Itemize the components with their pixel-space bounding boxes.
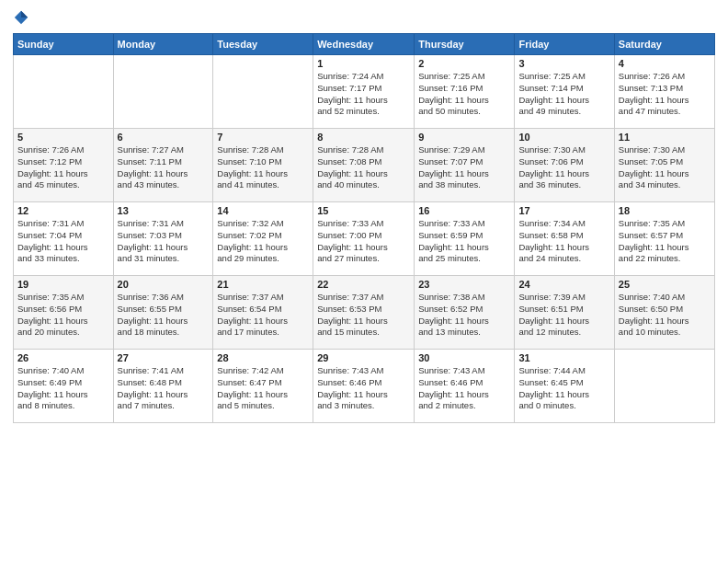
calendar-cell: 2Sunrise: 7:25 AM Sunset: 7:16 PM Daylig…	[415, 55, 515, 129]
day-info: Sunrise: 7:44 AM Sunset: 6:45 PM Dayligh…	[518, 365, 609, 412]
calendar-cell	[113, 55, 213, 129]
calendar-cell	[213, 55, 313, 129]
day-number: 15	[317, 205, 410, 216]
calendar-header-wednesday: Wednesday	[313, 34, 415, 55]
calendar-cell: 31Sunrise: 7:44 AM Sunset: 6:45 PM Dayli…	[515, 350, 614, 423]
calendar-cell: 26Sunrise: 7:40 AM Sunset: 6:49 PM Dayli…	[14, 350, 114, 423]
day-info: Sunrise: 7:35 AM Sunset: 6:56 PM Dayligh…	[17, 292, 109, 339]
day-number: 12	[17, 205, 109, 216]
day-number: 18	[619, 205, 711, 216]
day-info: Sunrise: 7:33 AM Sunset: 7:00 PM Dayligh…	[317, 218, 410, 265]
day-number: 27	[118, 352, 210, 363]
calendar-header-sunday: Sunday	[14, 34, 114, 55]
calendar-cell: 5Sunrise: 7:26 AM Sunset: 7:12 PM Daylig…	[14, 129, 114, 202]
calendar-cell: 15Sunrise: 7:33 AM Sunset: 7:00 PM Dayli…	[313, 202, 415, 276]
calendar-week-row: 1Sunrise: 7:24 AM Sunset: 7:17 PM Daylig…	[14, 55, 715, 129]
day-number: 3	[518, 58, 609, 69]
day-info: Sunrise: 7:30 AM Sunset: 7:06 PM Dayligh…	[518, 144, 609, 191]
calendar-week-row: 26Sunrise: 7:40 AM Sunset: 6:49 PM Dayli…	[14, 350, 715, 423]
svg-marker-1	[21, 11, 28, 17]
calendar-cell	[14, 55, 114, 129]
day-info: Sunrise: 7:40 AM Sunset: 6:50 PM Dayligh…	[619, 292, 711, 339]
day-info: Sunrise: 7:43 AM Sunset: 6:46 PM Dayligh…	[317, 365, 410, 412]
calendar-week-row: 12Sunrise: 7:31 AM Sunset: 7:04 PM Dayli…	[14, 202, 715, 276]
calendar-cell: 21Sunrise: 7:37 AM Sunset: 6:54 PM Dayli…	[213, 276, 313, 350]
calendar-cell: 4Sunrise: 7:26 AM Sunset: 7:13 PM Daylig…	[614, 55, 714, 129]
day-info: Sunrise: 7:35 AM Sunset: 6:57 PM Dayligh…	[619, 218, 711, 265]
calendar-cell: 25Sunrise: 7:40 AM Sunset: 6:50 PM Dayli…	[614, 276, 714, 350]
day-info: Sunrise: 7:37 AM Sunset: 6:54 PM Dayligh…	[217, 292, 309, 339]
calendar-cell: 17Sunrise: 7:34 AM Sunset: 6:58 PM Dayli…	[515, 202, 614, 276]
day-info: Sunrise: 7:26 AM Sunset: 7:12 PM Dayligh…	[17, 144, 109, 191]
calendar-cell: 30Sunrise: 7:43 AM Sunset: 6:46 PM Dayli…	[415, 350, 515, 423]
day-info: Sunrise: 7:41 AM Sunset: 6:48 PM Dayligh…	[118, 365, 210, 412]
day-info: Sunrise: 7:25 AM Sunset: 7:16 PM Dayligh…	[418, 71, 510, 118]
day-number: 13	[118, 205, 210, 216]
day-number: 28	[217, 352, 309, 363]
calendar-cell: 14Sunrise: 7:32 AM Sunset: 7:02 PM Dayli…	[213, 202, 313, 276]
day-number: 14	[217, 205, 309, 216]
day-info: Sunrise: 7:30 AM Sunset: 7:05 PM Dayligh…	[619, 144, 711, 191]
day-info: Sunrise: 7:26 AM Sunset: 7:13 PM Dayligh…	[619, 71, 711, 118]
calendar-header-tuesday: Tuesday	[213, 34, 313, 55]
day-number: 21	[217, 279, 309, 290]
calendar-cell: 23Sunrise: 7:38 AM Sunset: 6:52 PM Dayli…	[415, 276, 515, 350]
day-info: Sunrise: 7:24 AM Sunset: 7:17 PM Dayligh…	[317, 71, 410, 118]
calendar-cell	[614, 350, 714, 423]
day-number: 26	[17, 352, 109, 363]
day-number: 10	[518, 132, 609, 143]
day-number: 8	[317, 132, 410, 143]
day-number: 7	[217, 132, 309, 143]
day-number: 11	[619, 132, 711, 143]
calendar-cell: 19Sunrise: 7:35 AM Sunset: 6:56 PM Dayli…	[14, 276, 114, 350]
day-number: 19	[17, 279, 109, 290]
calendar-cell: 24Sunrise: 7:39 AM Sunset: 6:51 PM Dayli…	[515, 276, 614, 350]
calendar-cell: 10Sunrise: 7:30 AM Sunset: 7:06 PM Dayli…	[515, 129, 614, 202]
calendar-week-row: 19Sunrise: 7:35 AM Sunset: 6:56 PM Dayli…	[14, 276, 715, 350]
logo-icon	[13, 9, 29, 26]
day-info: Sunrise: 7:29 AM Sunset: 7:07 PM Dayligh…	[418, 144, 510, 191]
day-info: Sunrise: 7:31 AM Sunset: 7:03 PM Dayligh…	[118, 218, 210, 265]
calendar-table: SundayMondayTuesdayWednesdayThursdayFrid…	[13, 33, 715, 423]
calendar-cell: 7Sunrise: 7:28 AM Sunset: 7:10 PM Daylig…	[213, 129, 313, 202]
day-info: Sunrise: 7:36 AM Sunset: 6:55 PM Dayligh…	[118, 292, 210, 339]
calendar-header-thursday: Thursday	[415, 34, 515, 55]
day-info: Sunrise: 7:27 AM Sunset: 7:11 PM Dayligh…	[118, 144, 210, 191]
calendar-cell: 27Sunrise: 7:41 AM Sunset: 6:48 PM Dayli…	[113, 350, 213, 423]
day-number: 16	[418, 205, 510, 216]
day-number: 4	[619, 58, 711, 69]
day-number: 31	[518, 352, 609, 363]
calendar-page: SundayMondayTuesdayWednesdayThursdayFrid…	[0, 0, 728, 563]
calendar-cell: 8Sunrise: 7:28 AM Sunset: 7:08 PM Daylig…	[313, 129, 415, 202]
day-number: 2	[418, 58, 510, 69]
day-number: 25	[619, 279, 711, 290]
calendar-cell: 20Sunrise: 7:36 AM Sunset: 6:55 PM Dayli…	[113, 276, 213, 350]
day-info: Sunrise: 7:33 AM Sunset: 6:59 PM Dayligh…	[418, 218, 510, 265]
calendar-cell: 18Sunrise: 7:35 AM Sunset: 6:57 PM Dayli…	[614, 202, 714, 276]
calendar-cell: 12Sunrise: 7:31 AM Sunset: 7:04 PM Dayli…	[14, 202, 114, 276]
calendar-week-row: 5Sunrise: 7:26 AM Sunset: 7:12 PM Daylig…	[14, 129, 715, 202]
calendar-cell: 13Sunrise: 7:31 AM Sunset: 7:03 PM Dayli…	[113, 202, 213, 276]
day-info: Sunrise: 7:38 AM Sunset: 6:52 PM Dayligh…	[418, 292, 510, 339]
calendar-cell: 1Sunrise: 7:24 AM Sunset: 7:17 PM Daylig…	[313, 55, 415, 129]
day-info: Sunrise: 7:25 AM Sunset: 7:14 PM Dayligh…	[518, 71, 609, 118]
day-info: Sunrise: 7:34 AM Sunset: 6:58 PM Dayligh…	[518, 218, 609, 265]
calendar-cell: 3Sunrise: 7:25 AM Sunset: 7:14 PM Daylig…	[515, 55, 614, 129]
calendar-cell: 11Sunrise: 7:30 AM Sunset: 7:05 PM Dayli…	[614, 129, 714, 202]
calendar-cell: 9Sunrise: 7:29 AM Sunset: 7:07 PM Daylig…	[415, 129, 515, 202]
day-number: 9	[418, 132, 510, 143]
day-number: 20	[118, 279, 210, 290]
day-info: Sunrise: 7:40 AM Sunset: 6:49 PM Dayligh…	[17, 365, 109, 412]
day-number: 5	[17, 132, 109, 143]
calendar-cell: 28Sunrise: 7:42 AM Sunset: 6:47 PM Dayli…	[213, 350, 313, 423]
calendar-cell: 16Sunrise: 7:33 AM Sunset: 6:59 PM Dayli…	[415, 202, 515, 276]
day-info: Sunrise: 7:37 AM Sunset: 6:53 PM Dayligh…	[317, 292, 410, 339]
calendar-cell: 22Sunrise: 7:37 AM Sunset: 6:53 PM Dayli…	[313, 276, 415, 350]
day-info: Sunrise: 7:31 AM Sunset: 7:04 PM Dayligh…	[17, 218, 109, 265]
logo	[13, 9, 33, 26]
day-info: Sunrise: 7:39 AM Sunset: 6:51 PM Dayligh…	[518, 292, 609, 339]
day-number: 23	[418, 279, 510, 290]
day-info: Sunrise: 7:28 AM Sunset: 7:08 PM Dayligh…	[317, 144, 410, 191]
calendar-header-row: SundayMondayTuesdayWednesdayThursdayFrid…	[14, 34, 715, 55]
day-number: 22	[317, 279, 410, 290]
